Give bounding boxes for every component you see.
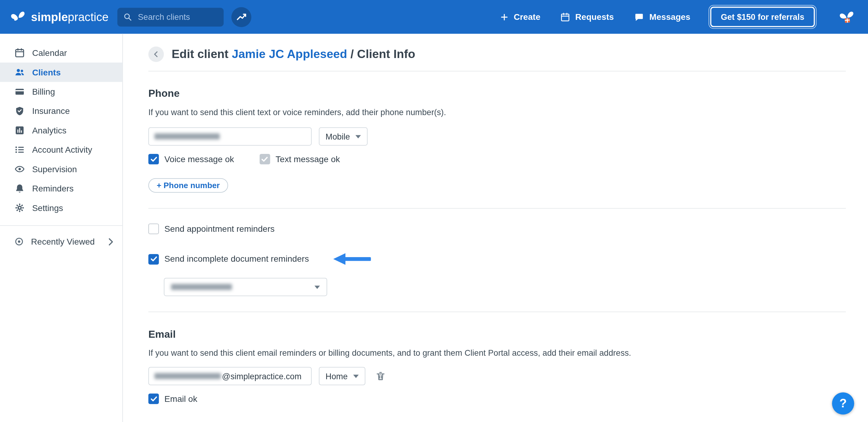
- plus-icon: [500, 12, 509, 21]
- chevron-right-icon: [108, 237, 113, 245]
- chevron-down-icon: [353, 375, 359, 378]
- section-divider: [149, 312, 846, 312]
- sidebar-label: Account Activity: [32, 145, 92, 155]
- section-divider: [149, 71, 846, 71]
- sidebar-item-recently-viewed[interactable]: Recently Viewed: [0, 232, 122, 251]
- page-title: Edit clientJamie JC Appleseed/ Client In…: [172, 47, 415, 61]
- sidebar-item-settings[interactable]: Settings: [0, 198, 122, 218]
- delete-email-button[interactable]: [375, 371, 386, 381]
- back-button[interactable]: [149, 46, 164, 62]
- redacted-phone-value: [155, 133, 220, 139]
- topbar-nav: Create Requests Messages Get $150 for re…: [500, 7, 856, 27]
- text-message-ok-label: Text message ok: [276, 154, 340, 164]
- sidebar: Calendar Clients Billing Insurance: [0, 34, 123, 422]
- title-suffix: / Client Info: [350, 47, 415, 61]
- sidebar-label: Supervision: [32, 164, 77, 174]
- analytics-chart-icon: [14, 125, 25, 136]
- email-ok-label: Email ok: [164, 394, 197, 404]
- reminder-method-select[interactable]: [164, 278, 328, 296]
- sidebar-item-reminders[interactable]: Reminders: [0, 178, 122, 198]
- trending-chart-button[interactable]: [231, 7, 251, 27]
- referral-gift-butterfly-icon[interactable]: [838, 9, 856, 25]
- send-incomplete-document-reminders-row: Send incomplete document reminders: [149, 253, 846, 266]
- recently-viewed-label: Recently Viewed: [31, 237, 95, 247]
- settings-gear-icon: [14, 202, 25, 213]
- sidebar-label: Settings: [32, 203, 63, 213]
- account-activity-list-icon: [14, 144, 25, 155]
- send-appointment-reminders-row: Send appointment reminders: [149, 224, 846, 234]
- recently-viewed-icon: [14, 237, 24, 247]
- email-address-input[interactable]: @simplepractice.com: [149, 367, 312, 385]
- section-divider: [149, 208, 846, 209]
- phone-type-select[interactable]: Mobile: [319, 127, 368, 145]
- sidebar-item-account-activity[interactable]: Account Activity: [0, 140, 122, 159]
- insurance-shield-icon: [14, 106, 25, 116]
- send-incomplete-document-reminders-label: Send incomplete document reminders: [164, 254, 309, 264]
- brand-text-light: practice: [68, 10, 108, 23]
- voice-message-ok-checkbox[interactable]: [149, 154, 159, 164]
- requests-button[interactable]: Requests: [560, 12, 614, 22]
- phone-number-input[interactable]: [149, 127, 312, 145]
- calendar-icon: [14, 47, 25, 58]
- chevron-down-icon: [315, 285, 320, 289]
- email-type-value: Home: [326, 371, 348, 381]
- supervision-eye-icon: [14, 164, 25, 174]
- email-ok-checkbox[interactable]: [149, 394, 159, 404]
- messages-button[interactable]: Messages: [634, 12, 690, 22]
- sidebar-item-analytics[interactable]: Analytics: [0, 121, 122, 140]
- brand-logo[interactable]: simplepractice: [10, 10, 109, 24]
- sidebar-label: Insurance: [32, 106, 70, 116]
- phone-consent-row: Voice message ok Text message ok: [149, 154, 846, 164]
- create-label: Create: [514, 12, 540, 22]
- email-field-row: @simplepractice.com Home: [149, 367, 846, 385]
- sidebar-label: Clients: [32, 67, 61, 77]
- referral-button[interactable]: Get $150 for referrals: [710, 7, 815, 27]
- search-clients-box[interactable]: [117, 7, 223, 26]
- client-name-link[interactable]: Jamie JC Appleseed: [232, 47, 347, 61]
- brand-text-bold: simple: [31, 10, 68, 23]
- email-section-description: If you want to send this client email re…: [149, 348, 846, 358]
- redacted-reminder-method-value: [171, 284, 232, 290]
- butterfly-logo-icon: [10, 10, 27, 24]
- chevron-down-icon: [355, 135, 361, 138]
- create-button[interactable]: Create: [500, 12, 540, 22]
- app-window: simplepractice Create: [0, 0, 868, 422]
- voice-message-ok-row: Voice message ok: [149, 154, 234, 164]
- reminders-bell-icon: [14, 183, 25, 194]
- help-button[interactable]: ?: [832, 392, 854, 415]
- voice-message-ok-label: Voice message ok: [164, 154, 234, 164]
- send-incomplete-document-reminders-checkbox[interactable]: [149, 254, 159, 264]
- main-content: Edit clientJamie JC Appleseed/ Client In…: [123, 34, 868, 422]
- redacted-email-value: [155, 373, 221, 379]
- sidebar-item-clients[interactable]: Clients: [0, 63, 122, 82]
- sidebar-label: Billing: [32, 87, 55, 97]
- search-icon: [123, 12, 132, 22]
- send-appointment-reminders-checkbox[interactable]: [149, 224, 159, 234]
- email-type-select[interactable]: Home: [319, 367, 365, 385]
- email-ok-row: Email ok: [149, 394, 846, 404]
- trash-icon: [375, 371, 386, 381]
- billing-card-icon: [14, 87, 25, 97]
- text-message-ok-checkbox: [259, 154, 270, 164]
- annotation-arrow-icon: [323, 253, 371, 266]
- search-input[interactable]: [137, 11, 218, 22]
- add-phone-number-button[interactable]: + Phone number: [149, 178, 228, 193]
- sidebar-item-insurance[interactable]: Insurance: [0, 101, 122, 121]
- sidebar-item-billing[interactable]: Billing: [0, 82, 122, 101]
- title-prefix: Edit client: [172, 47, 228, 61]
- phone-section-title: Phone: [149, 87, 846, 100]
- sidebar-item-supervision[interactable]: Supervision: [0, 159, 122, 178]
- sidebar-label: Analytics: [32, 126, 66, 136]
- sidebar-item-calendar[interactable]: Calendar: [0, 43, 122, 62]
- brand-text: simplepractice: [31, 10, 109, 24]
- send-appointment-reminders-label: Send appointment reminders: [164, 224, 275, 234]
- messages-label: Messages: [649, 12, 690, 22]
- email-domain-text: @simplepractice.com: [222, 371, 302, 381]
- text-message-ok-row: Text message ok: [259, 154, 340, 164]
- requests-label: Requests: [576, 12, 614, 22]
- sidebar-label: Reminders: [32, 184, 73, 194]
- phone-section-description: If you want to send this client text or …: [149, 107, 846, 117]
- trending-line-icon: [236, 12, 246, 22]
- requests-calendar-icon: [560, 12, 570, 22]
- sidebar-divider: [0, 225, 122, 226]
